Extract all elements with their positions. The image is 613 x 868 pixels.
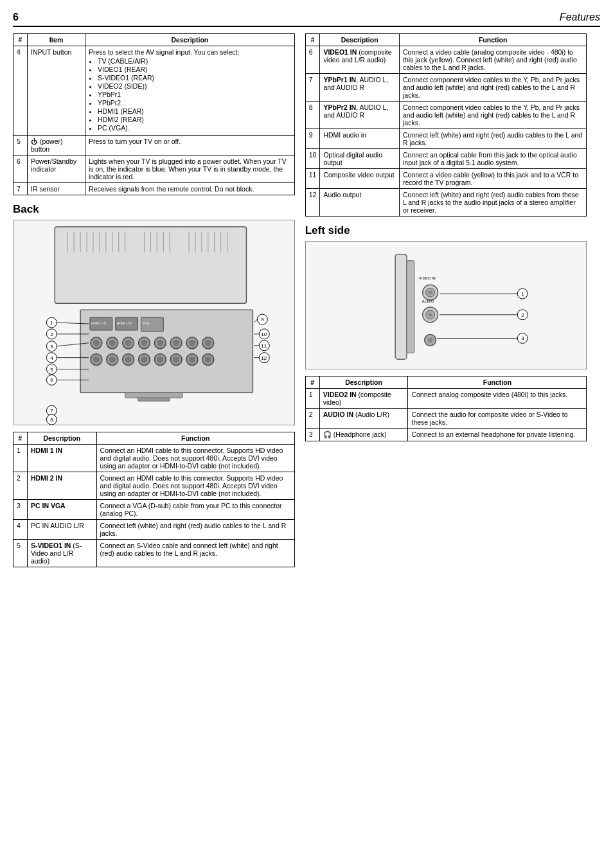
right-column: # Description Function 6 VIDEO1 IN (comp… [305,33,587,575]
main-content: # Item Description 4 INPUT button Press … [13,33,600,575]
row4-num: 4 [13,46,28,136]
top-left-header-desc: Description [85,34,295,46]
svg-text:4: 4 [50,355,53,361]
svg-point-43 [189,340,195,346]
top-left-header-hash: # [13,34,28,46]
svg-text:VGA: VGA [142,322,149,325]
page-number: 6 [13,12,19,23]
tr-row9-func: Connect left (white) and right (red) aud… [399,129,586,149]
row5-num: 5 [13,136,28,155]
svg-text:VIDEO IN: VIDEO IN [419,276,436,280]
tr-row7-func: Connect component video cables to the Y,… [399,74,586,102]
table-row: 3 PC IN VGA Connect a VGA (D-sub) cable … [13,500,295,520]
bl-row2-desc: HDMI 2 IN [28,472,97,500]
tr-row12-desc: Audio output [320,189,400,217]
svg-line-82 [254,319,257,323]
bottom-right-table: # Description Function 1 VIDEO2 IN (comp… [305,376,587,441]
tr-header-desc: Description [320,34,400,46]
tr-row11-num: 11 [305,169,320,189]
bl-row1-desc: HDMI 1 IN [28,445,97,472]
svg-point-102 [428,290,432,294]
left-side-diagram: VIDEO IN AUDIO 1 2 [305,241,587,369]
bl-row3-num: 3 [13,500,28,520]
table-row: 10 Optical digital audio output Connect … [305,149,587,169]
bl-row4-desc: PC IN AUDIO L/R [28,520,97,540]
svg-text:2: 2 [521,312,524,318]
bl-row2-num: 2 [13,472,28,500]
tr-row6-func: Connect a video cable (analog composite … [399,46,586,74]
svg-point-53 [141,357,147,363]
tr-row8-func: Connect component video cables to the Y,… [399,102,586,129]
svg-point-33 [109,340,116,346]
svg-text:7: 7 [50,408,53,414]
bl-row3-desc: PC IN VGA [28,500,97,520]
tr-row8-num: 8 [305,102,320,129]
table-row: 5 ⏻ (power) button Press to turn your TV… [13,136,295,155]
svg-point-59 [189,357,195,363]
table-row: 12 Audio output Connect left (white) and… [305,189,587,217]
row5-item: ⏻ (power) button [28,136,85,155]
back-diagram-svg: HDMI 1 IN HDMI 2 IN VGA [13,220,294,425]
svg-point-109 [427,337,432,342]
svg-point-55 [157,357,163,363]
br-row2-desc: AUDIO IN (Audio L/R) [319,409,408,429]
svg-text:HDMI 2 IN: HDMI 2 IN [117,322,132,325]
tr-row12-num: 12 [305,189,320,217]
table-row: 4 PC IN AUDIO L/R Connect left (white) a… [13,520,295,540]
tr-row7-desc: YPbPr1 IN, AUDIO L, and AUDIO R [320,74,400,102]
svg-point-61 [205,357,211,363]
br-header-func: Function [408,376,587,389]
svg-point-106 [428,313,432,317]
svg-text:9: 9 [261,317,264,323]
tr-row10-desc: Optical digital audio output [320,149,400,169]
svg-text:1: 1 [521,291,524,297]
back-diagram: HDMI 1 IN HDMI 2 IN VGA [13,220,295,425]
table-row: 11 Composite video output Connect a vide… [305,169,587,189]
svg-rect-97 [138,398,170,401]
svg-point-31 [93,340,100,346]
top-left-table: # Item Description 4 INPUT button Press … [13,33,295,195]
left-side-diagram-svg: VIDEO IN AUDIO 1 2 [306,242,587,369]
tr-row10-func: Connect an optical cable from this jack … [399,149,586,169]
bl-row4-num: 4 [13,520,28,540]
svg-text:6: 6 [50,377,53,383]
row4-desc: Press to select the AV signal input. You… [85,46,295,136]
bottom-left-table: # Description Function 1 HDMI 1 IN Conne… [13,432,295,567]
table-row: 7 YPbPr1 IN, AUDIO L, and AUDIO R Connec… [305,74,587,102]
br-row3-func: Connect to an external headphone for pri… [408,429,587,441]
tr-row12-func: Connect left (white) and right (red) aud… [399,189,586,217]
svg-rect-98 [395,254,407,359]
tr-row11-func: Connect a video cable (yellow) to this j… [399,169,586,189]
svg-point-51 [125,357,132,363]
svg-text:2: 2 [50,332,53,337]
table-row: 5 S-VIDEO1 IN (S-Video and L/R audio) Co… [13,540,295,567]
br-row2-func: Connect the audio for composite video or… [408,409,587,429]
svg-point-57 [173,357,179,363]
svg-point-39 [157,340,163,346]
tr-header-func: Function [399,34,586,46]
svg-point-41 [173,340,179,346]
br-row3-desc: 🎧 (Headphone jack) [319,429,408,441]
tr-row6-desc: VIDEO1 IN (composite video and L/R audio… [320,46,400,74]
table-row: 6 VIDEO1 IN (composite video and L/R aud… [305,46,587,74]
left-side-section-title: Left side [305,224,587,237]
svg-text:11: 11 [261,343,267,349]
bl-row5-desc: S-VIDEO1 IN (S-Video and L/R audio) [28,540,97,567]
bl-header-desc: Description [28,432,97,445]
table-row: 3 🎧 (Headphone jack) Connect to an exter… [305,429,587,441]
br-row1-num: 1 [305,389,319,409]
row5-desc: Press to turn your TV on or off. [85,136,295,155]
svg-rect-96 [125,393,182,398]
table-row: 9 HDMI audio in Connect left (white) and… [305,129,587,149]
tr-row9-desc: HDMI audio in [320,129,400,149]
row7-num: 7 [13,183,28,195]
tr-header-hash: # [305,34,320,46]
top-right-table: # Description Function 6 VIDEO1 IN (comp… [305,33,587,217]
table-row: 2 AUDIO IN (Audio L/R) Connect the audio… [305,409,587,429]
svg-text:AUDIO: AUDIO [422,299,434,303]
table-row: 8 YPbPr2 IN, AUDIO L, and AUDIO R Connec… [305,102,587,129]
row6-desc: Lights when your TV is plugged into a po… [85,155,295,183]
bl-row4-func: Connect left (white) and right (red) aud… [96,520,294,540]
svg-text:5: 5 [50,367,53,373]
table-row: 1 VIDEO2 IN (composite video) Connect an… [305,389,587,409]
